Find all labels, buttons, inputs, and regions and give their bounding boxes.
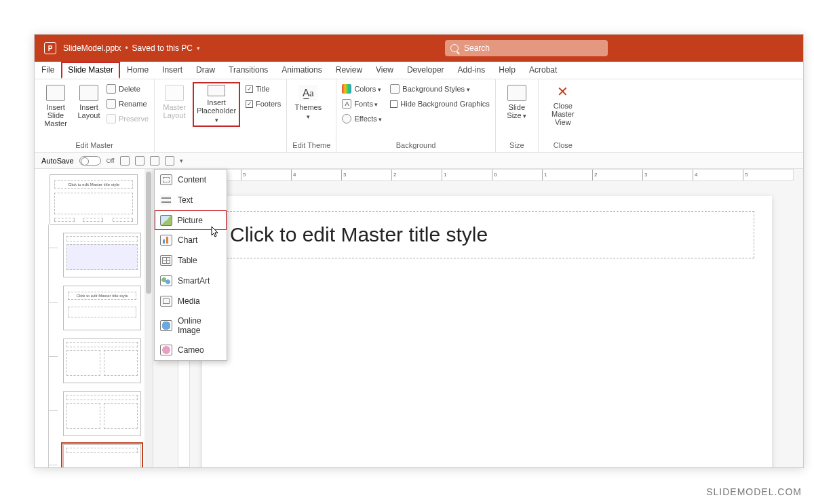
search-box[interactable]: Search — [445, 40, 608, 56]
tab-view[interactable]: View — [369, 62, 400, 79]
title-checkbox[interactable]: Title — [246, 82, 281, 96]
placeholder-option-online-image[interactable]: Online Image — [155, 311, 227, 340]
slide-canvas[interactable]: Click to edit Master title style — [202, 196, 772, 468]
placeholder-option-table[interactable]: Table — [155, 250, 227, 271]
group-close: ✕ Close Master View Close — [539, 79, 587, 152]
tab-slide-master[interactable]: Slide Master — [61, 62, 120, 79]
quick-access-toolbar: AutoSave Off ▾ — [35, 153, 803, 169]
themes-icon: A̲a — [298, 85, 317, 101]
cursor-icon — [211, 226, 219, 238]
colors-button[interactable]: Colors — [342, 82, 382, 96]
thumb-master[interactable]: Click to edit Master title style — [50, 174, 138, 225]
checkbox-icon — [246, 100, 253, 108]
delete-button[interactable]: Delete — [106, 82, 149, 96]
document-name: SlideModel.pptx — [63, 43, 121, 53]
tab-draw[interactable]: Draw — [189, 62, 222, 79]
placeholder-option-content[interactable]: Content — [155, 170, 227, 190]
redo-icon[interactable] — [150, 156, 159, 166]
group-label: Edit Master — [40, 141, 149, 151]
checkbox-icon — [390, 100, 398, 108]
placeholder-option-text[interactable]: Text — [155, 190, 227, 210]
themes-button[interactable]: A̲a Themes — [292, 82, 324, 141]
insert-layout-button[interactable]: Insert Layout — [75, 82, 102, 141]
effects-button[interactable]: Effects — [342, 112, 382, 125]
placeholder-option-media[interactable]: Media — [155, 291, 227, 311]
smartart-icon — [160, 275, 172, 286]
tab-developer[interactable]: Developer — [400, 62, 451, 79]
placeholder-dropdown: Content Text Picture Chart Table SmartAr… — [154, 169, 227, 361]
horizontal-ruler: 6 5 4 3 2 1 0 1 2 3 4 5 — [190, 169, 794, 181]
fonts-icon: A — [342, 99, 351, 109]
app-window: P SlideModel.pptx • Saved to this PC ▾ S… — [34, 34, 804, 468]
group-edit-master: Insert Slide Master Insert Layout Delete… — [35, 79, 155, 152]
close-icon: ✕ — [556, 85, 570, 100]
group-label: Background — [342, 141, 489, 151]
group-label: Edit Theme — [292, 141, 330, 151]
effects-icon — [342, 114, 351, 123]
tab-home[interactable]: Home — [120, 62, 155, 79]
text-icon — [160, 195, 172, 206]
group-label: Size — [501, 141, 532, 151]
thumbnail-pane[interactable]: Click to edit Master title style Click t… — [35, 169, 153, 467]
ribbon: Insert Slide Master Insert Layout Delete… — [35, 79, 803, 153]
preserve-button[interactable]: Preserve — [106, 112, 149, 125]
thumb-layout-selected[interactable] — [63, 444, 141, 467]
footers-checkbox[interactable]: Footers — [246, 97, 281, 111]
rename-icon — [106, 99, 116, 109]
save-icon[interactable] — [120, 156, 130, 166]
group-master-layout: Master Layout Insert Placeholder Title F… — [155, 79, 287, 152]
slideshow-icon[interactable] — [165, 156, 174, 166]
tab-animations[interactable]: Animations — [275, 62, 328, 79]
thumb-layout-3[interactable] — [63, 338, 141, 383]
master-layout-icon — [165, 85, 184, 101]
tab-review[interactable]: Review — [329, 62, 369, 79]
rename-button[interactable]: Rename — [106, 97, 149, 111]
insert-placeholder-button[interactable]: Insert Placeholder — [193, 82, 240, 127]
tab-insert[interactable]: Insert — [155, 62, 189, 79]
search-icon — [450, 44, 459, 52]
title-placeholder[interactable]: Click to edit Master title style — [220, 211, 754, 258]
background-styles-button[interactable]: Background Styles — [390, 82, 489, 96]
tab-file[interactable]: File — [35, 62, 61, 79]
search-placeholder: Search — [464, 43, 490, 53]
qat-more[interactable]: ▾ — [180, 157, 183, 164]
bg-styles-icon — [390, 84, 400, 94]
picture-icon — [160, 215, 172, 226]
hide-bg-checkbox[interactable]: Hide Background Graphics — [390, 97, 489, 111]
colors-icon — [342, 84, 351, 94]
placeholder-option-smartart[interactable]: SmartArt — [155, 271, 227, 291]
cameo-icon — [160, 345, 172, 355]
layout-icon — [79, 85, 98, 101]
checkbox-icon — [246, 85, 253, 93]
thumb-layout-1[interactable] — [63, 233, 141, 277]
ribbon-tabs: File Slide Master Home Insert Draw Trans… — [35, 62, 803, 79]
media-icon — [160, 296, 172, 307]
close-master-view-button[interactable]: ✕ Close Master View — [544, 82, 582, 141]
fonts-button[interactable]: AFonts — [342, 97, 382, 111]
chart-icon — [160, 235, 172, 246]
tab-transitions[interactable]: Transitions — [222, 62, 275, 79]
slide-size-button[interactable]: Slide Size — [501, 82, 532, 141]
tab-acrobat[interactable]: Acrobat — [522, 62, 564, 79]
group-background: Colors AFonts Effects Background Styles … — [336, 79, 495, 152]
placeholder-option-cameo[interactable]: Cameo — [155, 340, 227, 360]
thumb-layout-4[interactable] — [63, 391, 141, 436]
table-icon — [160, 255, 172, 266]
tab-addins[interactable]: Add-ins — [451, 62, 492, 79]
autosave-toggle[interactable] — [79, 156, 101, 166]
thumb-layout-2[interactable]: Click to edit Master title style — [63, 286, 141, 330]
group-size: Slide Size Size — [496, 79, 539, 152]
preserve-icon — [106, 114, 116, 123]
scroll-thumb[interactable] — [146, 172, 151, 294]
tab-help[interactable]: Help — [492, 62, 522, 79]
insert-slide-master-button[interactable]: Insert Slide Master — [40, 82, 71, 141]
work-area: Click to edit Master title style Click t… — [35, 169, 803, 467]
master-layout-button: Master Layout — [160, 82, 189, 141]
autosave-label: AutoSave — [41, 157, 74, 165]
slide-master-icon — [46, 85, 65, 101]
watermark: SLIDEMODEL.COM — [706, 486, 802, 497]
undo-icon[interactable] — [135, 156, 144, 166]
delete-icon — [106, 84, 116, 94]
title-bar: P SlideModel.pptx • Saved to this PC ▾ S… — [35, 35, 803, 62]
thumb-scrollbar[interactable] — [144, 169, 153, 467]
